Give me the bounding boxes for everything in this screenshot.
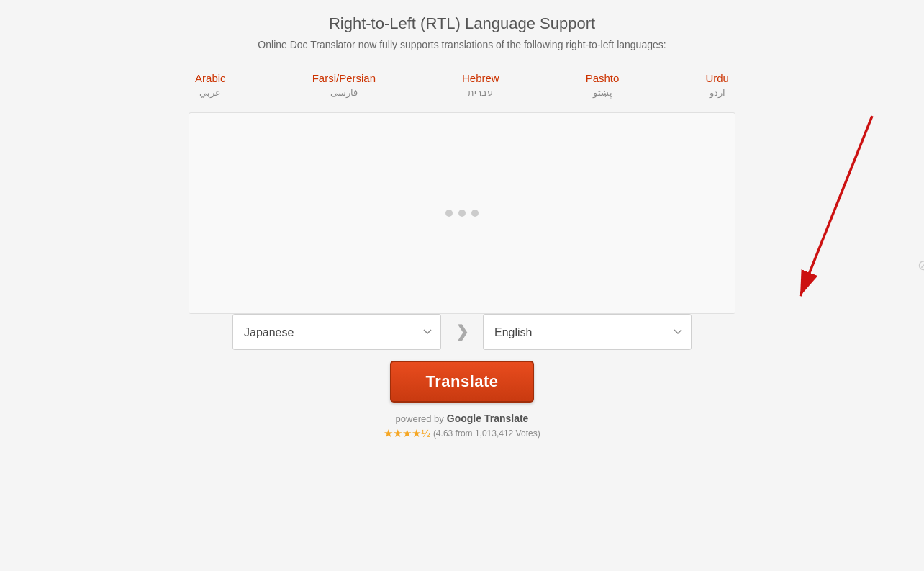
language-arabic: Arabic عربي	[195, 72, 226, 98]
direction-arrow-icon: ❯	[456, 323, 468, 341]
controls-section: Japanese English Spanish French German C…	[232, 314, 692, 440]
loading-dots	[445, 210, 479, 217]
svg-line-1	[800, 116, 872, 296]
language-hebrew: Hebrew עברית	[462, 72, 499, 98]
red-arrow	[743, 105, 901, 336]
main-container: Right-to-Left (RTL) Language Support Onl…	[0, 0, 924, 571]
block-icon: ⊘	[918, 256, 924, 274]
powered-by-label: powered by	[396, 413, 444, 424]
dot-1	[445, 210, 453, 217]
language-pashto: Pashto پښتو	[586, 72, 620, 98]
rating-text: (4.63 from 1,013,412 Votes)	[433, 428, 540, 439]
language-name-farsi: Farsi/Persian	[312, 72, 376, 84]
content-wrapper: ⊘	[189, 112, 735, 314]
rtl-languages-row: Arabic عربي Farsi/Persian فارسی Hebrew ע…	[195, 72, 729, 98]
language-native-arabic: عربي	[199, 87, 221, 98]
target-language-select[interactable]: English Spanish French German Chinese Ja…	[483, 314, 692, 350]
language-name-arabic: Arabic	[195, 72, 226, 84]
language-native-pashto: پښتو	[593, 87, 612, 98]
language-name-pashto: Pashto	[586, 72, 620, 84]
content-area	[189, 112, 735, 314]
translate-button[interactable]: Translate	[390, 361, 534, 403]
source-language-select[interactable]: Japanese English Spanish French German C…	[232, 314, 441, 350]
language-urdu: Urdu اردو	[705, 72, 729, 98]
stars-icon: ★★★★½	[384, 427, 430, 440]
page-title: Right-to-Left (RTL) Language Support	[329, 14, 595, 33]
powered-by-row: powered by Google Translate	[396, 413, 529, 424]
language-native-hebrew: עברית	[468, 87, 493, 98]
language-name-urdu: Urdu	[705, 72, 729, 84]
dot-2	[458, 210, 466, 217]
rating-row: ★★★★½ (4.63 from 1,013,412 Votes)	[384, 427, 540, 440]
language-native-urdu: اردو	[710, 87, 725, 98]
language-name-hebrew: Hebrew	[462, 72, 499, 84]
dropdowns-row: Japanese English Spanish French German C…	[232, 314, 692, 350]
dot-3	[471, 210, 479, 217]
google-translate-label: Google Translate	[447, 413, 529, 424]
powered-by-section: powered by Google Translate ★★★★½ (4.63 …	[384, 413, 540, 440]
page-subtitle: Online Doc Translator now fully supports…	[258, 39, 666, 50]
language-native-farsi: فارسی	[330, 87, 358, 98]
language-farsi: Farsi/Persian فارسی	[312, 72, 376, 98]
